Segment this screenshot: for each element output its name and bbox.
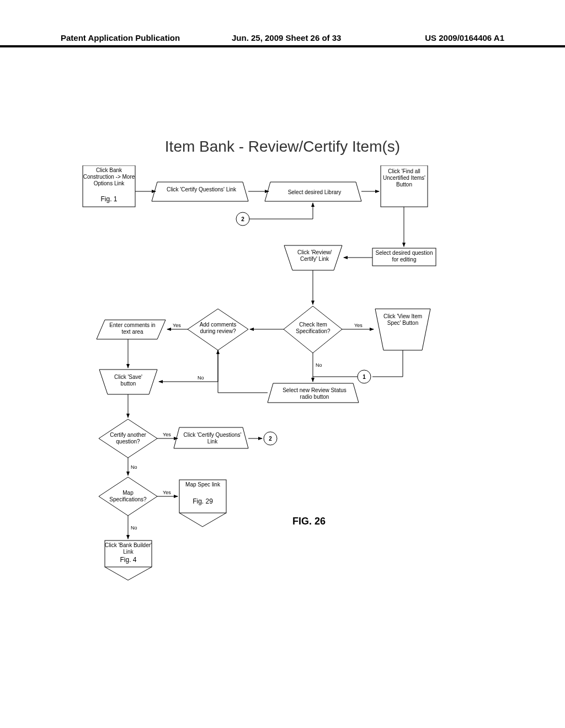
decision-add-comments: Add comments during review? (196, 322, 240, 335)
fig-ref-1: Fig. 1 (83, 195, 135, 203)
edge-no-3: No (131, 464, 137, 470)
node-select-question: Select desired question for editing (372, 250, 436, 263)
fig-ref-4: Fig. 4 (105, 556, 152, 564)
decision-check-spec: Check Item Specification? (290, 322, 337, 335)
header-left: Patent Application Publication (61, 33, 180, 42)
node-certify-questions-1: Click 'Certify Questions' Link (160, 186, 243, 193)
node-bank-construction: Click Bank Construction -> More Options … (83, 167, 135, 187)
node-map-spec-link: Map Spec link (179, 481, 226, 488)
connector-1: 1 (363, 374, 366, 380)
edge-no-2: No (198, 375, 204, 381)
decision-map-spec: Map Specifications? (104, 490, 152, 503)
connector-2b: 2 (269, 436, 272, 442)
node-view-spec: Click 'View Item Spec' Button (381, 313, 425, 326)
node-select-library: Select desired Library (273, 189, 356, 196)
node-save: Click 'Save' button (108, 374, 149, 387)
node-review-certify: Click 'Review/ Certify' Link (290, 249, 339, 263)
flowchart: Click Bank Construction -> More Options … (55, 165, 508, 612)
connector-2a: 2 (241, 216, 244, 222)
header-mid: Jun. 25, 2009 Sheet 26 of 33 (232, 33, 341, 42)
edge-yes-3: Yes (163, 432, 171, 437)
header-right: US 2009/0164406 A1 (425, 33, 504, 42)
node-find-uncertified: Click 'Find all Uncertified Items' Butto… (381, 168, 428, 188)
diagram-title: Item Bank - Review/Certify Item(s) (0, 138, 565, 156)
edge-no-4: No (131, 525, 137, 531)
edge-yes-1: Yes (354, 323, 363, 328)
edge-no-1: No (316, 362, 322, 368)
edge-yes-4: Yes (163, 490, 171, 495)
node-review-status: Select new Review Status radio button (276, 387, 353, 400)
fig-ref-29: Fig. 29 (179, 497, 226, 505)
node-enter-comments: Enter comments in text area (105, 322, 160, 335)
node-bank-builder: Click 'Bank Builder' Link (105, 542, 152, 555)
decision-certify-another: Certify another question? (106, 432, 150, 445)
node-certify-questions-2: Click 'Certify Questions' Link (182, 432, 243, 445)
edge-yes-2: Yes (173, 323, 181, 328)
